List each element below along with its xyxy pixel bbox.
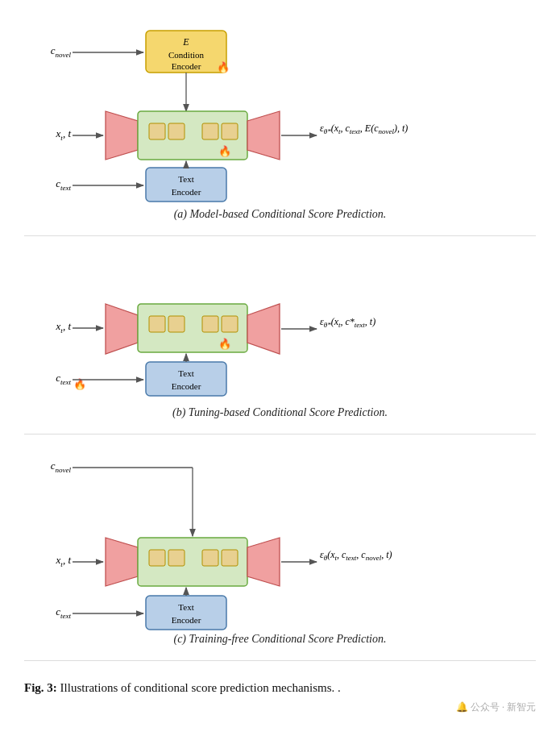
svg-text:xt, t: xt, t bbox=[55, 554, 71, 568]
fig-text: Illustrations of conditional score predi… bbox=[57, 681, 341, 694]
svg-text:ctext: ctext bbox=[56, 605, 71, 620]
svg-text:Condition: Condition bbox=[168, 50, 204, 60]
svg-rect-34 bbox=[202, 316, 218, 332]
separator-fig bbox=[24, 660, 536, 661]
svg-text:🔥: 🔥 bbox=[218, 337, 232, 351]
svg-text:cnovel: cnovel bbox=[50, 44, 71, 59]
svg-diagram-b: xt, t 🔥 εθ*(xt, c*text, t) Text Encod bbox=[27, 243, 534, 400]
svg-rect-15 bbox=[222, 123, 238, 139]
svg-text:cnovel: cnovel bbox=[50, 459, 71, 474]
diagram-section-c: cnovel xt, t εθ(xt, ctext, cnovel, t) bbox=[24, 441, 536, 646]
figure-caption: Fig. 3: Illustrations of conditional sco… bbox=[24, 679, 536, 697]
svg-marker-59 bbox=[247, 538, 280, 586]
svg-rect-32 bbox=[149, 316, 165, 332]
svg-text:ctext: ctext bbox=[56, 372, 71, 386]
diagram-section-a: E Condition Encoder 🔥 cnovel xt, t bbox=[24, 16, 536, 221]
svg-rect-57 bbox=[202, 550, 218, 566]
svg-rect-12 bbox=[149, 123, 165, 139]
svg-marker-53 bbox=[106, 538, 138, 586]
svg-text:Text: Text bbox=[178, 368, 193, 378]
svg-text:Encoder: Encoder bbox=[171, 187, 201, 197]
svg-diagram-c: cnovel xt, t εθ(xt, ctext, cnovel, t) bbox=[27, 441, 534, 626]
diagram-section-b: xt, t 🔥 εθ*(xt, c*text, t) Text Encod bbox=[24, 243, 536, 419]
diagram-area-a: E Condition Encoder 🔥 cnovel xt, t bbox=[24, 16, 536, 202]
fig-label: Fig. 3: bbox=[24, 681, 57, 694]
svg-text:🔥: 🔥 bbox=[218, 144, 232, 158]
svg-text:ctext: ctext bbox=[56, 177, 71, 192]
svg-rect-14 bbox=[202, 123, 218, 139]
svg-rect-56 bbox=[168, 550, 185, 566]
svg-text:Text: Text bbox=[178, 602, 193, 612]
svg-text:εθ*(xt, c*text, t): εθ*(xt, c*text, t) bbox=[320, 316, 375, 329]
svg-text:εθ(xt, ctext, cnovel, t): εθ(xt, ctext, cnovel, t) bbox=[320, 549, 392, 562]
diagram-area-c: cnovel xt, t εθ(xt, ctext, cnovel, t) bbox=[24, 441, 536, 626]
svg-text:🔥: 🔥 bbox=[217, 60, 230, 74]
svg-rect-33 bbox=[168, 316, 185, 332]
caption-b: (b) Tuning-based Conditional Score Predi… bbox=[172, 406, 388, 419]
svg-text:xt, t: xt, t bbox=[55, 127, 71, 142]
caption-a: (a) Model-based Conditional Score Predic… bbox=[174, 208, 387, 221]
watermark: 🔔 公众号 · 新智元 bbox=[24, 701, 536, 714]
svg-text:Encoder: Encoder bbox=[171, 615, 201, 625]
svg-marker-37 bbox=[247, 304, 280, 354]
svg-marker-30 bbox=[106, 304, 138, 354]
svg-text:Encoder: Encoder bbox=[171, 381, 201, 391]
svg-text:xt, t: xt, t bbox=[55, 320, 71, 335]
separator-bc bbox=[24, 434, 536, 435]
svg-rect-13 bbox=[168, 123, 185, 139]
svg-marker-17 bbox=[247, 111, 280, 160]
caption-c: (c) Training-free Conditional Score Pred… bbox=[173, 633, 386, 646]
svg-rect-55 bbox=[149, 550, 165, 566]
svg-text:E: E bbox=[182, 36, 189, 48]
svg-marker-10 bbox=[106, 111, 138, 160]
diagram-area-b: xt, t 🔥 εθ*(xt, c*text, t) Text Encod bbox=[24, 243, 536, 400]
svg-text:Text: Text bbox=[178, 174, 193, 184]
svg-diagram-a: E Condition Encoder 🔥 cnovel xt, t bbox=[27, 16, 534, 202]
svg-rect-58 bbox=[222, 550, 238, 566]
svg-text:Encoder: Encoder bbox=[171, 61, 201, 71]
svg-text:εθ*(xt, ctext, E(cnovel), t): εθ*(xt, ctext, E(cnovel), t) bbox=[320, 123, 408, 135]
svg-rect-35 bbox=[222, 316, 238, 332]
separator-ab bbox=[24, 235, 536, 236]
